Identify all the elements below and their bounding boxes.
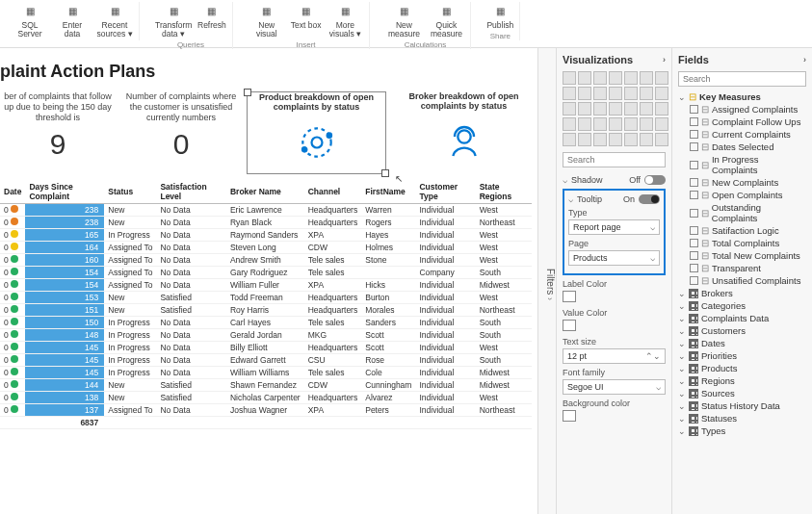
table-row[interactable]: 0 238NewNo DataRyan BlackHeadquartersRog… [0, 217, 532, 229]
table-row[interactable]: 0 148In ProgressNo DataGerald JordanMKGS… [0, 329, 532, 342]
viz-type-button[interactable] [593, 71, 607, 85]
chart-product-breakdown[interactable]: Product breakdown of open complaints by … [247, 91, 386, 174]
col-header[interactable]: Status [104, 180, 156, 204]
viz-type-button[interactable] [640, 117, 653, 131]
quick-measure-button[interactable]: ▦Quick measure [428, 2, 464, 39]
viz-type-button[interactable] [578, 102, 591, 116]
col-header[interactable]: Customer Type [415, 180, 475, 204]
viz-type-button[interactable] [578, 117, 591, 131]
field-item[interactable]: ⊟ Assigned Complaints [678, 103, 806, 116]
field-item[interactable]: ⊟ Total New Complaints [678, 249, 806, 262]
viz-type-button[interactable] [578, 71, 591, 85]
complaints-table[interactable]: DateDays Since ComplaintStatusSatisfacti… [0, 180, 532, 429]
table-row[interactable]: 0 238NewNo DataEric LawrenceHeadquarters… [0, 204, 532, 217]
table-categories[interactable]: ⌄ Categories [678, 299, 806, 312]
table-row[interactable]: 0 165In ProgressNo DataRaymond SandersXP… [0, 229, 532, 242]
value-color-picker[interactable] [563, 320, 576, 331]
recent-sources-button[interactable]: ▦Recent sources ▾ [96, 2, 133, 39]
visualization-picker[interactable] [563, 71, 666, 146]
col-header[interactable]: Days Since Complaint [25, 180, 104, 204]
field-item[interactable]: ⊟ In Progress Complaints [678, 153, 806, 176]
table-types[interactable]: ⌄ Types [678, 424, 806, 437]
viz-type-button[interactable] [609, 117, 622, 131]
table-key-measures[interactable]: ⌄⊟ Key Measures [678, 90, 806, 103]
kpi-card-followup[interactable]: ber of complaints that follow up due to … [0, 91, 116, 174]
viz-type-button[interactable] [578, 87, 591, 100]
col-header[interactable]: Date [0, 180, 25, 204]
filters-pane-collapsed[interactable]: Filters › [537, 48, 557, 514]
table-regions[interactable]: ⌄ Regions [678, 374, 806, 387]
table-products[interactable]: ⌄ Products [678, 362, 806, 374]
viz-type-button[interactable] [563, 71, 576, 85]
table-brokers[interactable]: ⌄ Brokers [678, 287, 806, 299]
table-row[interactable]: 0 144NewSatisfiedShawn FernandezCDWCunni… [0, 379, 532, 392]
table-row[interactable]: 0 153NewSatisfiedTodd FreemanHeadquarter… [0, 292, 532, 304]
viz-type-button[interactable] [593, 87, 607, 100]
field-item[interactable]: ⊟ Current Complaints [678, 128, 806, 141]
tooltip-toggle[interactable]: ⌵TooltipOn [568, 194, 660, 204]
format-search-input[interactable] [563, 152, 666, 167]
tooltip-page-select[interactable]: Products⌵ [568, 250, 660, 266]
shadow-toggle[interactable]: ⌵ShadowOff [563, 175, 666, 185]
font-family-select[interactable]: Segoe UI⌵ [563, 379, 666, 395]
table-row[interactable]: 0 138NewSatisfiedNicholas CarpenterHeadq… [0, 392, 532, 404]
viz-type-button[interactable] [624, 133, 638, 146]
field-item[interactable]: ⊟ New Complaints [678, 176, 806, 189]
col-header[interactable]: FirstName [361, 180, 415, 204]
kpi-card-unsatisfied[interactable]: Number of complaints where the customer … [123, 91, 239, 174]
new-visual-button[interactable]: ▦New visual [249, 2, 285, 39]
text-size-stepper[interactable]: 12 pt⌃⌄ [563, 348, 666, 364]
viz-type-button[interactable] [655, 117, 668, 131]
viz-type-button[interactable] [640, 133, 653, 146]
table-row[interactable]: 0 154Assigned ToNo DataGary RodriguezTel… [0, 267, 532, 279]
viz-type-button[interactable] [655, 71, 668, 85]
table-statuses[interactable]: ⌄ Statuses [678, 412, 806, 424]
field-item[interactable]: ⊟ Open Complaints [678, 189, 806, 201]
fields-search-input[interactable] [678, 71, 806, 87]
viz-type-button[interactable] [593, 133, 607, 146]
field-item[interactable]: ⊟ Dates Selected [678, 141, 806, 153]
field-item[interactable]: ⊟ Complaint Follow Ups [678, 116, 806, 128]
viz-type-button[interactable] [593, 117, 607, 131]
viz-type-button[interactable] [624, 102, 638, 116]
chevron-right-icon[interactable]: › [663, 55, 666, 64]
viz-type-button[interactable] [563, 87, 576, 100]
viz-type-button[interactable] [578, 133, 591, 146]
table-row[interactable]: 0 150In ProgressNo DataCarl HayesTele sa… [0, 317, 532, 329]
bg-color-picker[interactable] [563, 410, 576, 422]
tooltip-type-select[interactable]: Report page⌵ [568, 219, 660, 235]
viz-type-button[interactable] [624, 71, 638, 85]
table-row[interactable]: 0 145In ProgressNo DataEdward GarrettCSU… [0, 354, 532, 367]
field-item[interactable]: ⊟ Unsatified Complaints [678, 274, 806, 287]
table-row[interactable]: 0 160Assigned ToNo DataAndrew SmithTele … [0, 254, 532, 267]
more-visuals-button[interactable]: ▦More visuals ▾ [327, 2, 363, 39]
refresh-button[interactable]: ▦Refresh [197, 2, 226, 39]
viz-type-button[interactable] [655, 102, 668, 116]
col-header[interactable]: Broker Name [226, 180, 304, 204]
table-priorities[interactable]: ⌄ Priorities [678, 349, 806, 362]
table-dates[interactable]: ⌄ Dates [678, 337, 806, 349]
field-item[interactable]: ⊟ Satifaction Logic [678, 224, 806, 237]
field-item[interactable]: ⊟ Outstanding Complaints [678, 201, 806, 224]
viz-type-button[interactable] [655, 133, 668, 146]
enter-data-button[interactable]: ▦Enter data [54, 2, 91, 39]
table-sources[interactable]: ⌄ Sources [678, 387, 806, 399]
table-row[interactable]: 0 164Assigned ToNo DataSteven LongCDWHol… [0, 242, 532, 254]
table-row[interactable]: 0 145In ProgressNo DataWilliam WilliamsT… [0, 367, 532, 379]
chart-broker-breakdown[interactable]: Broker breakdown of open complaints by s… [394, 91, 534, 174]
new-measure-button[interactable]: ▦New measure [385, 2, 422, 39]
viz-type-button[interactable] [563, 133, 576, 146]
col-header[interactable]: State Regions [476, 180, 532, 204]
viz-type-button[interactable] [609, 71, 622, 85]
viz-type-button[interactable] [609, 102, 622, 116]
viz-type-button[interactable] [640, 87, 653, 100]
publish-button[interactable]: ▦Publish [486, 2, 513, 30]
transform-data-button[interactable]: ▦Transform data ▾ [155, 2, 192, 39]
table-status-history-data[interactable]: ⌄ Status History Data [678, 399, 806, 412]
table-complaints-data[interactable]: ⌄ Complaints Data [678, 312, 806, 324]
table-customers[interactable]: ⌄ Customers [678, 324, 806, 337]
viz-type-button[interactable] [593, 102, 607, 116]
sql-server-button[interactable]: ▦SQL Server [12, 2, 48, 39]
viz-type-button[interactable] [609, 87, 622, 100]
table-row[interactable]: 0 145In ProgressNo DataBilly ElliottHead… [0, 342, 532, 354]
